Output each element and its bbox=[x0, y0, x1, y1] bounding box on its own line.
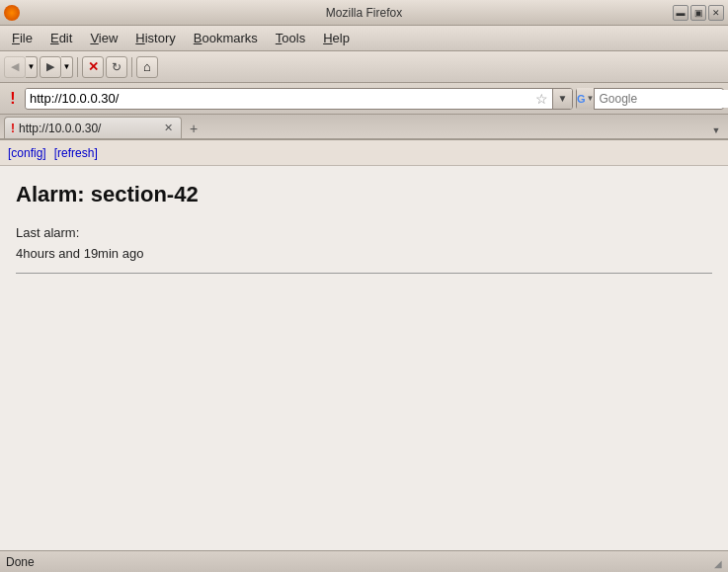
page-content: Alarm: section-42 Last alarm: 4hours and… bbox=[0, 166, 728, 550]
search-engine-dropdown-icon: ▼ bbox=[587, 94, 595, 103]
links-bar: [config] [refresh] bbox=[0, 140, 728, 166]
menu-bookmarks[interactable]: Bookmarks bbox=[186, 28, 266, 48]
page-title: Alarm: section-42 bbox=[16, 182, 712, 207]
search-engine-button[interactable]: G ▼ bbox=[577, 88, 595, 110]
menu-history[interactable]: History bbox=[127, 28, 183, 48]
url-input[interactable] bbox=[26, 89, 531, 108]
bookmark-star-icon[interactable]: ☆ bbox=[531, 91, 552, 107]
back-button[interactable]: ◀ bbox=[4, 56, 26, 78]
nav-separator-2 bbox=[131, 57, 132, 77]
navigation-bar: ◀ ▼ ▶ ▼ ✕ ↻ ⌂ bbox=[0, 51, 728, 83]
alarm-info: Last alarm: 4hours and 19min ago bbox=[16, 223, 712, 265]
window-title: Mozilla Firefox bbox=[326, 6, 402, 20]
config-link[interactable]: [config] bbox=[8, 146, 46, 160]
tab-label: http://10.0.0.30/ bbox=[19, 122, 157, 135]
url-security-icon: ! bbox=[4, 90, 22, 108]
url-bar-area: ! ☆ ▼ G ▼ 🔍 bbox=[0, 83, 728, 115]
tab-close-button[interactable]: ✕ bbox=[161, 122, 175, 135]
menu-view[interactable]: View bbox=[82, 28, 125, 48]
google-icon: G bbox=[577, 93, 586, 105]
menu-help[interactable]: Help bbox=[315, 28, 358, 48]
maximize-button[interactable]: ▣ bbox=[690, 5, 706, 21]
content-divider bbox=[16, 273, 712, 274]
firefox-icon bbox=[4, 5, 20, 21]
resize-handle[interactable]: ◢ bbox=[708, 555, 722, 569]
menu-tools[interactable]: Tools bbox=[268, 28, 313, 48]
back-dropdown[interactable]: ▼ bbox=[26, 56, 38, 78]
status-text: Done bbox=[6, 555, 35, 569]
forward-dropdown[interactable]: ▼ bbox=[61, 56, 73, 78]
tab-security-icon: ! bbox=[11, 122, 15, 135]
last-alarm-label: Last alarm: bbox=[16, 223, 712, 244]
close-button[interactable]: ✕ bbox=[708, 5, 724, 21]
tab-bar: ! http://10.0.0.30/ ✕ + ▼ bbox=[0, 115, 728, 140]
url-go-dropdown[interactable]: ▼ bbox=[552, 88, 572, 110]
tab-bar-end: ▼ bbox=[203, 123, 724, 138]
status-bar: Done ◢ bbox=[0, 550, 728, 572]
stop-button[interactable]: ✕ bbox=[82, 56, 104, 78]
menu-bar: File Edit View History Bookmarks Tools H… bbox=[0, 26, 728, 51]
tab-item[interactable]: ! http://10.0.0.30/ ✕ bbox=[4, 117, 182, 138]
minimize-button[interactable]: ▬ bbox=[673, 5, 688, 21]
new-tab-button[interactable]: + bbox=[184, 119, 203, 138]
search-input[interactable] bbox=[595, 90, 728, 108]
reload-button[interactable]: ↻ bbox=[106, 56, 127, 78]
search-bar-wrapper: G ▼ 🔍 bbox=[576, 88, 724, 110]
home-button[interactable]: ⌂ bbox=[136, 56, 158, 78]
url-bar-wrapper: ☆ ▼ bbox=[25, 88, 573, 110]
refresh-link[interactable]: [refresh] bbox=[54, 146, 98, 160]
tab-list-button[interactable]: ▼ bbox=[708, 123, 724, 138]
title-bar: Mozilla Firefox ▬ ▣ ✕ bbox=[0, 0, 728, 26]
forward-button[interactable]: ▶ bbox=[40, 56, 61, 78]
last-alarm-value: 4hours and 19min ago bbox=[16, 244, 712, 265]
window-controls: ▬ ▣ ✕ bbox=[673, 5, 724, 21]
menu-file[interactable]: File bbox=[4, 28, 40, 48]
nav-separator-1 bbox=[77, 57, 78, 77]
menu-edit[interactable]: Edit bbox=[42, 28, 80, 48]
